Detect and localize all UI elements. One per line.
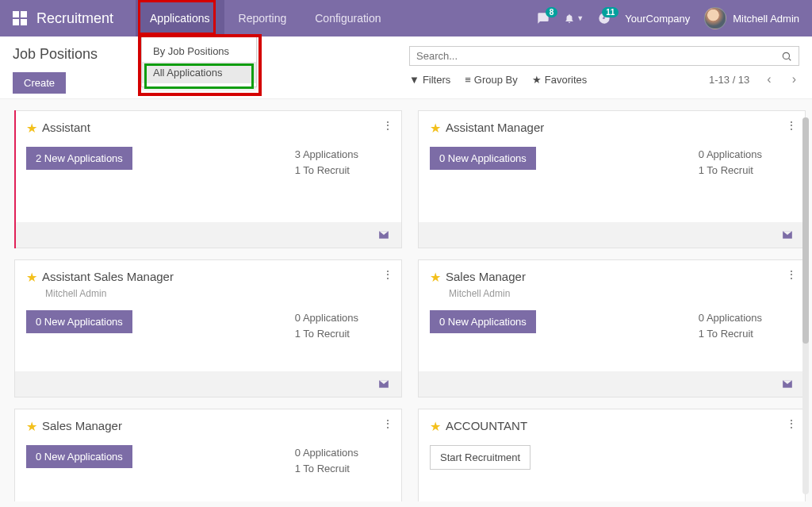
search-box[interactable] xyxy=(409,46,799,66)
job-stats: 3 Applications1 To Recruit xyxy=(295,147,390,178)
favorites-button[interactable]: ★Favorites xyxy=(532,74,587,86)
control-panel: Job Positions Create ▼Filters ≡Group By … xyxy=(0,36,812,99)
job-stats: 0 Applications1 To Recruit xyxy=(699,147,794,178)
systray: 8 ▼ 11 YourCompany Mitchell Admin xyxy=(537,7,799,29)
job-card[interactable]: ★ACCOUNTANTStart Recruitment⋮ xyxy=(418,409,806,501)
activities-icon[interactable]: 11 xyxy=(598,12,611,25)
kebab-icon[interactable]: ⋮ xyxy=(382,268,393,281)
app-brand[interactable]: Recruitment xyxy=(36,10,113,27)
star-icon: ★ xyxy=(532,74,542,86)
job-card[interactable]: ★Assistant Sales ManagerMitchell Admin0 … xyxy=(14,259,402,398)
job-card[interactable]: ★Assistant2 New Applications3 Applicatio… xyxy=(14,110,402,248)
job-card[interactable]: ★Sales Manager0 New Applications0 Applic… xyxy=(14,409,402,501)
scrollbar[interactable] xyxy=(802,117,809,494)
job-manager: Mitchell Admin xyxy=(449,288,794,299)
menu-applications[interactable]: Applications xyxy=(136,0,224,36)
kebab-icon[interactable]: ⋮ xyxy=(786,119,797,132)
notifications-icon[interactable]: ▼ xyxy=(564,13,584,24)
star-icon[interactable]: ★ xyxy=(430,270,441,285)
company-switcher[interactable]: YourCompany xyxy=(625,13,690,25)
kebab-icon[interactable]: ⋮ xyxy=(382,417,393,430)
search-icon[interactable] xyxy=(781,51,792,62)
kebab-icon[interactable]: ⋮ xyxy=(786,417,797,430)
pager: 1-13 / 13 xyxy=(709,74,749,86)
job-stats: 0 Applications1 To Recruit xyxy=(295,310,390,341)
pager-prev[interactable]: ‹ xyxy=(764,72,774,86)
kanban-view: ★Assistant2 New Applications3 Applicatio… xyxy=(0,99,812,501)
menu-reporting[interactable]: Reporting xyxy=(224,0,301,36)
star-icon[interactable]: ★ xyxy=(26,121,37,136)
job-title: Assistant Sales Manager xyxy=(42,270,174,283)
star-icon[interactable]: ★ xyxy=(430,121,441,136)
job-title: ACCOUNTANT xyxy=(446,419,527,432)
svg-line-1 xyxy=(789,58,791,60)
list-icon: ≡ xyxy=(465,74,471,86)
activities-badge: 11 xyxy=(602,7,619,17)
applications-dropdown: By Job Positions All Applications xyxy=(141,36,257,87)
groupby-button[interactable]: ≡Group By xyxy=(465,74,518,86)
scrollbar-thumb[interactable] xyxy=(802,117,809,344)
user-name: Mitchell Admin xyxy=(733,13,799,25)
kebab-icon[interactable]: ⋮ xyxy=(382,119,393,132)
job-title: Assistant xyxy=(42,121,90,134)
applications-button[interactable]: 0 New Applications xyxy=(26,310,132,333)
caret-down-icon: ▼ xyxy=(576,14,584,22)
job-stats: 0 Applications1 To Recruit xyxy=(295,445,390,476)
job-card[interactable]: ★Sales ManagerMitchell Admin0 New Applic… xyxy=(418,259,806,398)
star-icon[interactable]: ★ xyxy=(26,419,37,434)
svg-point-0 xyxy=(783,52,789,59)
mail-icon[interactable] xyxy=(377,378,390,390)
mail-icon[interactable] xyxy=(781,378,794,390)
applications-button[interactable]: 0 New Applications xyxy=(430,147,536,170)
messages-badge: 8 xyxy=(546,7,558,17)
dropdown-all-applications[interactable]: All Applications xyxy=(142,62,256,83)
filters-button[interactable]: ▼Filters xyxy=(409,74,450,86)
mail-icon[interactable] xyxy=(377,229,390,240)
mail-icon[interactable] xyxy=(781,229,794,240)
menu-configuration[interactable]: Configuration xyxy=(301,0,395,36)
top-nav: Recruitment Applications Reporting Confi… xyxy=(0,0,812,36)
job-card[interactable]: ★Assistant Manager0 New Applications0 Ap… xyxy=(418,110,806,248)
job-stats: 0 Applications1 To Recruit xyxy=(699,310,794,341)
applications-button[interactable]: Start Recruitment xyxy=(430,445,530,470)
search-input[interactable] xyxy=(416,50,781,62)
search-toolbar: ▼Filters ≡Group By ★Favorites 1-13 / 13 … xyxy=(409,72,799,86)
avatar xyxy=(704,7,726,29)
job-title: Sales Manager xyxy=(446,270,526,283)
star-icon[interactable]: ★ xyxy=(26,270,37,285)
applications-button[interactable]: 2 New Applications xyxy=(26,147,132,170)
job-manager: Mitchell Admin xyxy=(45,288,390,299)
create-button[interactable]: Create xyxy=(13,72,66,94)
applications-button[interactable]: 0 New Applications xyxy=(26,445,132,468)
filter-icon: ▼ xyxy=(409,74,419,86)
star-icon[interactable]: ★ xyxy=(430,419,441,434)
messages-icon[interactable]: 8 xyxy=(537,12,550,25)
applications-button[interactable]: 0 New Applications xyxy=(430,310,536,333)
job-title: Sales Manager xyxy=(42,419,122,432)
apps-icon[interactable] xyxy=(13,11,27,25)
user-menu[interactable]: Mitchell Admin xyxy=(704,7,799,29)
pager-next[interactable]: › xyxy=(789,72,799,86)
job-title: Assistant Manager xyxy=(446,121,544,134)
kebab-icon[interactable]: ⋮ xyxy=(786,268,797,281)
main-menu: Applications Reporting Configuration xyxy=(136,0,395,36)
dropdown-by-job-positions[interactable]: By Job Positions xyxy=(142,40,256,62)
